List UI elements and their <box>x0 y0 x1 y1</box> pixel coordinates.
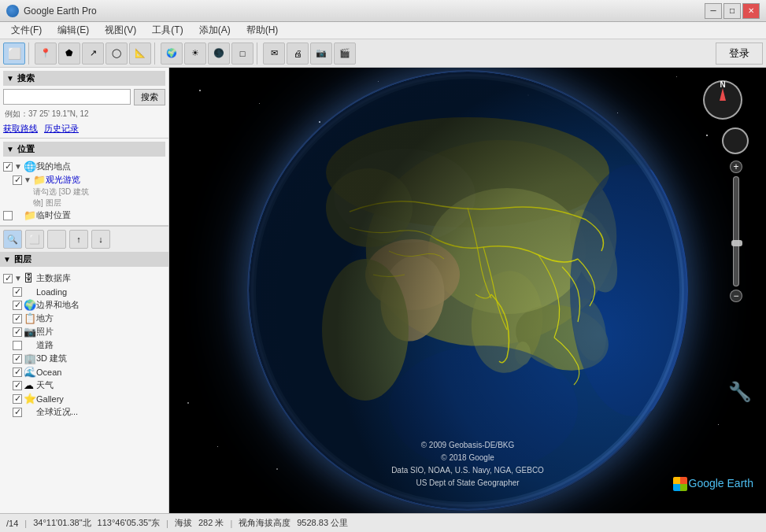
google-earth-logo: Google Earth <box>689 477 754 490</box>
toolbar-measure-btn[interactable]: 📐 <box>129 42 151 65</box>
nav-circle[interactable] <box>722 127 749 154</box>
places-header[interactable]: ▼ 位置 <box>3 142 165 157</box>
toolbar-print-btn[interactable]: 🖨 <box>287 42 309 65</box>
toolbar-placemark-btn[interactable]: 📍 <box>35 42 57 65</box>
status-zoom: /14 <box>6 519 18 528</box>
toolbar-screenshot-btn[interactable]: 📷 <box>310 42 332 65</box>
tree-item-places[interactable]: 📋 地方 <box>3 312 165 325</box>
history-link[interactable]: 历史记录 <box>44 123 79 135</box>
status-lat: 34°11'01.38"北 <box>33 517 91 529</box>
layers-scroll[interactable]: ▼ 🗄 主数据库 Loading 🌍 边界和地名 <box>0 270 168 513</box>
3d-label: 3D 建筑 <box>36 353 67 364</box>
status-view-value: 9528.83 公里 <box>297 517 348 529</box>
toolbar-sky-btn[interactable]: □ <box>231 42 253 65</box>
tree-item-3d[interactable]: 🏢 3D 建筑 <box>3 352 165 365</box>
toolbar-circle-btn[interactable]: ◯ <box>105 42 128 65</box>
nav-blank2-btn[interactable] <box>47 230 66 249</box>
toolbar-grid-btn[interactable]: ⬜ <box>3 42 25 65</box>
tree-item-weather[interactable]: ☁ 天气 <box>3 379 165 392</box>
nav-up-btn[interactable]: ↑ <box>69 230 88 249</box>
nav-down-btn[interactable]: ↓ <box>91 230 110 249</box>
get-route-link[interactable]: 获取路线 <box>3 123 38 135</box>
tree-item-ocean[interactable]: 🌊 Ocean <box>3 365 165 379</box>
3d-checkbox[interactable] <box>13 354 22 364</box>
temp-checkbox[interactable] <box>3 211 13 220</box>
close-button[interactable]: ✕ <box>742 3 760 19</box>
tree-item-temp[interactable]: 📁 临时位置 <box>3 209 165 222</box>
places-arrow-icon: ▼ <box>6 145 14 153</box>
tree-item-maindb[interactable]: ▼ 🗄 主数据库 <box>3 272 165 285</box>
maindb-icon: 🗄 <box>24 272 36 284</box>
places-layer-label: 地方 <box>36 312 54 324</box>
ocean-checkbox[interactable] <box>13 368 22 377</box>
temp-label: 临时位置 <box>36 209 71 221</box>
tree-item-sightseeing[interactable]: ▼ 📁 观光游览 <box>3 173 165 187</box>
compass[interactable]: N <box>703 80 742 120</box>
places-layer-icon: 📋 <box>24 312 36 324</box>
tree-item-gallery[interactable]: ⭐ Gallery <box>3 392 165 405</box>
sightseeing-checkbox[interactable] <box>13 175 22 185</box>
menu-bar: 文件(F) 编辑(E) 视图(V) 工具(T) 添加(A) 帮助(H) <box>0 22 766 39</box>
zoom-thumb[interactable] <box>731 240 742 246</box>
zoom-minus-icon[interactable]: − <box>730 290 742 302</box>
zoom-plus-icon[interactable]: + <box>730 161 742 173</box>
search-button[interactable]: 搜索 <box>134 89 165 105</box>
search-arrow-icon: ▼ <box>6 74 14 83</box>
places-header-label: 位置 <box>17 143 35 155</box>
tree-item-myplaces[interactable]: ▼ 🌐 我的地点 <box>3 160 165 173</box>
borders-checkbox[interactable] <box>13 301 22 310</box>
tree-item-roads[interactable]: 道路 <box>3 338 165 352</box>
places-layer-checkbox[interactable] <box>13 314 22 323</box>
toolbar-moon-btn[interactable]: 🌑 <box>208 42 230 65</box>
search-header[interactable]: ▼ 搜索 <box>3 71 165 86</box>
nav-blank-btn[interactable]: ⬜ <box>25 230 44 249</box>
layers-header-label: 图层 <box>14 253 31 265</box>
photos-checkbox[interactable] <box>13 327 22 337</box>
compass-arrow-icon <box>720 88 726 101</box>
menu-view[interactable]: 视图(V) <box>97 22 144 39</box>
weather-checkbox[interactable] <box>13 381 22 390</box>
nav-search-btn[interactable]: 🔍 <box>3 230 22 249</box>
tree-item-loading[interactable]: Loading <box>3 285 165 298</box>
nav-circle-ring <box>722 127 749 154</box>
map-area[interactable]: N + − 🔧 © 2009 Geobasis-DE/BKG © 2018 Go… <box>169 68 766 513</box>
tree-item-photos[interactable]: 📷 照片 <box>3 325 165 338</box>
myplaces-checkbox[interactable] <box>3 162 13 172</box>
tree-item-news[interactable]: 全球近况... <box>3 405 165 419</box>
layers-header[interactable]: ▼ 图层 <box>0 252 168 267</box>
places-section: ▼ 位置 ▼ 🌐 我的地点 ▼ 📁 观光游览 请勾选 [3D 建筑物] 图层 <box>0 139 168 226</box>
temp-icon: 📁 <box>24 209 36 221</box>
compass-ring: N <box>703 80 742 120</box>
search-input[interactable] <box>3 89 131 105</box>
toolbar-movie-btn[interactable]: 🎬 <box>334 42 356 65</box>
minimize-button[interactable]: ─ <box>705 3 722 19</box>
menu-file[interactable]: 文件(F) <box>3 22 50 39</box>
nav-row: 🔍 ⬜ ↑ ↓ <box>0 226 168 252</box>
maindb-checkbox[interactable] <box>3 274 13 283</box>
news-icon <box>24 406 36 418</box>
toolbar-path-btn[interactable]: ↗ <box>82 42 104 65</box>
maindb-arrow-icon: ▼ <box>14 274 24 283</box>
roads-checkbox[interactable] <box>13 341 22 350</box>
menu-edit[interactable]: 编辑(E) <box>50 22 97 39</box>
toolbar-sun-btn[interactable]: ☀ <box>184 42 206 65</box>
loading-checkbox[interactable] <box>13 287 22 297</box>
status-sep-1: | <box>24 519 27 528</box>
google-earth-logo-text: Google Earth <box>689 477 754 490</box>
gallery-checkbox[interactable] <box>13 394 22 404</box>
menu-tools[interactable]: 工具(T) <box>144 22 191 39</box>
toolbar-email-btn[interactable]: ✉ <box>263 42 285 65</box>
news-checkbox[interactable] <box>13 408 22 417</box>
maximize-button[interactable]: □ <box>723 3 741 19</box>
status-elevation: 282 米 <box>198 517 224 529</box>
menu-add[interactable]: 添加(A) <box>191 22 239 39</box>
toolbar-polygon-btn[interactable]: ⬟ <box>58 42 80 65</box>
menu-help[interactable]: 帮助(H) <box>239 22 287 39</box>
sightseeing-hint: 请勾选 [3D 建筑物] 图层 <box>3 187 165 209</box>
myplaces-icon: 🌐 <box>24 161 36 172</box>
zoom-track[interactable] <box>733 176 739 286</box>
toolbar-earth-btn[interactable]: 🌍 <box>161 42 183 65</box>
login-button[interactable]: 登录 <box>716 42 763 65</box>
zoom-slider[interactable]: + − <box>730 161 742 302</box>
tree-item-borders[interactable]: 🌍 边界和地名 <box>3 298 165 312</box>
